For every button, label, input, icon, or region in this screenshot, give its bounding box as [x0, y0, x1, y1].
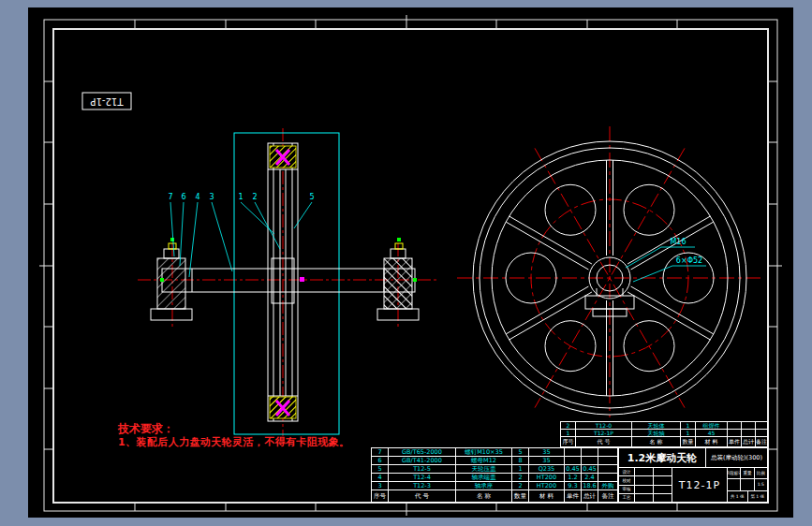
tech-req-item: 1、装配后人力盘动天轮灵活，不得有卡阻现象。	[118, 437, 369, 448]
svg-text:5: 5	[309, 193, 314, 201]
parts-cell: 螺钉M10×35	[456, 448, 512, 456]
svg-text:4: 4	[195, 193, 199, 201]
parts-cell: T12-3	[389, 482, 456, 489]
parts-row: 4T12-4轴承端盖2HT2001.22.4	[372, 474, 617, 482]
tech-req-title: 技术要求：	[118, 423, 369, 435]
parts-cell: 2	[561, 422, 576, 429]
parts-cell: 1.2	[565, 474, 582, 481]
sign-cell	[654, 468, 672, 475]
sign-label: 审核	[619, 486, 635, 493]
svg-text:7: 7	[168, 193, 172, 201]
hub-grip	[300, 277, 304, 282]
parts-cell: GB/T65-2000	[389, 448, 456, 456]
parts-cell: 单件	[565, 490, 582, 502]
parts-cell	[728, 422, 742, 429]
rope-groove-bottom	[270, 397, 296, 418]
parts-cell: 备注	[756, 437, 767, 446]
cad-canvas[interactable]: T12-1P	[0, 0, 812, 526]
sign-label: 校对	[619, 476, 635, 484]
parts-cell: 天轮体	[632, 422, 681, 429]
parts-cell: 1	[561, 430, 576, 436]
parts-cell: 2	[512, 474, 529, 481]
sheet-number: 第 1 张	[748, 491, 768, 502]
scale-label: 比例	[755, 468, 767, 478]
parts-cell: 材 料	[529, 490, 565, 502]
parts-cell: 7	[372, 448, 389, 456]
parts-cell: HT200	[529, 482, 565, 489]
sign-cell	[635, 494, 654, 502]
signature-row: 工艺	[619, 494, 672, 502]
parts-cell: 6	[372, 457, 389, 464]
weight-value	[741, 479, 754, 489]
parts-cell: 数量	[512, 490, 529, 502]
parts-cell	[728, 430, 742, 436]
svg-text:2: 2	[252, 193, 257, 201]
rope-groove-top	[270, 146, 296, 168]
parts-cell	[598, 457, 617, 464]
drawing-title: 1.2米摩动天轮	[619, 448, 706, 467]
parts-row: 6GB/T41-2000螺母M12835	[372, 457, 617, 465]
parts-cell: 序号	[561, 437, 576, 446]
parts-cell: 天轮压盖	[456, 465, 512, 473]
right-front-view: M16 6×Φ52	[457, 126, 762, 417]
parts-cell: 1	[512, 465, 529, 473]
parts-cell: 备注	[598, 490, 617, 502]
parts-cell: 材 料	[696, 437, 728, 446]
parts-cell	[565, 457, 582, 464]
sign-label: 设计	[619, 468, 635, 475]
parts-cell: Q235	[529, 465, 565, 473]
parts-cell: 35	[529, 448, 565, 456]
bearing-left	[151, 238, 192, 320]
svg-text:M16: M16	[670, 238, 686, 246]
hub-callout-texts: M16 6×Φ52	[670, 238, 702, 265]
parts-cell: 2.4	[582, 474, 598, 481]
sign-cell	[635, 476, 654, 484]
parts-list-header: 序号代 号名 称数量材 料单件总计备注	[372, 490, 617, 502]
parts-list-table: 7GB/T65-2000螺钉M10×355356GB/T41-2000螺母M12…	[371, 447, 618, 503]
parts-cell: 5	[512, 448, 529, 456]
svg-text:6×Φ52: 6×Φ52	[676, 256, 702, 265]
corner-label-text: T12-1P	[91, 96, 125, 107]
parts-cell	[582, 448, 598, 456]
title-block: 1.2米摩动天轮 总装(摩动轮)(300) 设计 校对 审核	[618, 447, 768, 503]
parts-cell: GB/T41-2000	[389, 457, 456, 464]
parts-cell: 名 称	[456, 490, 512, 502]
sheet-total: 共 1 张	[728, 491, 748, 502]
parts-cell	[582, 457, 598, 464]
grease-fitting-icon	[397, 238, 401, 241]
parts-cell: 35	[529, 457, 565, 464]
sign-cell	[635, 468, 654, 475]
parts-cell: 名 称	[632, 437, 681, 446]
parts-cell: 2	[512, 482, 529, 489]
parts-cell: 数量	[681, 437, 696, 446]
sign-label: 工艺	[619, 494, 635, 502]
grease-fitting-icon	[170, 238, 174, 241]
parts-row: 2T12-0天轮体1组焊件	[561, 422, 767, 430]
corner-drawing-number: T12-1P	[82, 93, 131, 110]
upper-parts-list-header: 序号代 号名 称数量材 料单件总计备注	[561, 437, 767, 446]
parts-cell: 5	[372, 465, 389, 473]
balloon-leaders	[170, 202, 312, 277]
scale-value: 1:5	[755, 479, 767, 489]
parts-cell: T12-4	[389, 474, 456, 481]
signature-row: 校对	[619, 476, 672, 485]
parts-row: 7GB/T65-2000螺钉M10×35535	[372, 448, 617, 457]
parts-cell: 代 号	[389, 490, 456, 502]
parts-cell: 序号	[372, 490, 389, 502]
technical-requirements: 技术要求： 1、装配后人力盘动天轮灵活，不得有卡阻现象。	[118, 423, 369, 448]
signature-row: 审核	[619, 486, 672, 494]
upper-parts-list-table: 2T12-0天轮体1组焊件1T12-1P天轮轴145 序号代 号名 称数量材 料…	[560, 421, 768, 447]
parts-row: 5T12-5天轮压盖1Q2350.450.45	[372, 465, 617, 474]
parts-cell: 1	[681, 422, 696, 429]
parts-cell: T12-5	[389, 465, 456, 473]
left-section-view: 7 6 4 3 1 2 5	[138, 128, 438, 436]
parts-cell: 3	[372, 482, 389, 489]
drawing-number: T12-1P	[672, 468, 728, 502]
parts-cell: T12-1P	[576, 430, 632, 436]
parts-cell	[598, 474, 617, 481]
parts-cell	[565, 448, 582, 456]
sign-cell	[654, 486, 672, 493]
svg-text:1: 1	[238, 193, 243, 201]
upper-parts-list-body: 2T12-0天轮体1组焊件1T12-1P天轮轴145	[561, 422, 767, 437]
title-block-meta: 阶段标记 重量 比例 1:5 共 1 张 第 1 张	[728, 468, 767, 502]
